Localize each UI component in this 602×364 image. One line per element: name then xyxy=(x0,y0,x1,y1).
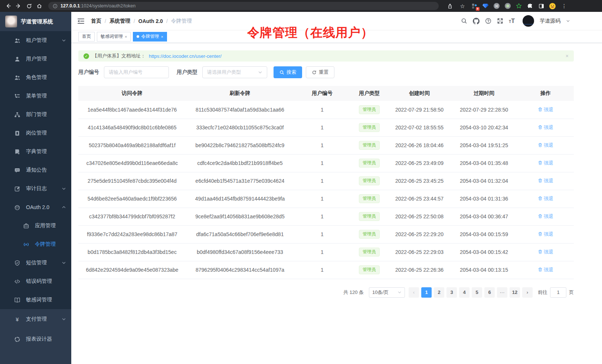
github-icon[interactable] xyxy=(473,18,480,24)
sidebar-item-menu-tree[interactable]: 菜单管理 xyxy=(0,87,71,105)
page-button-4[interactable]: 4 xyxy=(459,287,470,298)
user-id-cell: 1 xyxy=(294,225,350,243)
sidebar-item-token[interactable]: A令牌管理 xyxy=(0,235,71,254)
sidebar-item-oauth[interactable]: OAuth 2.0 xyxy=(0,198,71,216)
user-id-input[interactable]: 请输入用户编号 xyxy=(104,66,169,78)
force-logout-button[interactable]: 强退 xyxy=(538,231,553,238)
page-button-2[interactable]: 2 xyxy=(434,287,444,298)
success-check-icon: ✓ xyxy=(84,53,89,59)
profile-emoji-icon[interactable] xyxy=(549,2,556,10)
browser-forward-icon[interactable] xyxy=(14,1,23,10)
force-logout-button[interactable]: 强退 xyxy=(538,178,553,184)
search-button[interactable]: 搜索 xyxy=(274,66,302,78)
browser-reload-icon[interactable] xyxy=(24,1,33,10)
created-time-cell: 2022-07-29 21:58:50 xyxy=(388,101,451,119)
action-cell: 强退 xyxy=(517,190,574,208)
sidebar-logo-row[interactable]: 芋道管理系统 xyxy=(0,12,71,31)
created-time-cell: 2022-06-25 23:49:09 xyxy=(388,154,451,172)
site-info-icon[interactable] xyxy=(53,4,58,9)
next-page-button[interactable]: › xyxy=(522,287,533,298)
address-bar[interactable]: 127.0.0.1:1024/system/oauth2/token xyxy=(48,2,439,10)
column-header: 用户编号 xyxy=(294,86,350,101)
sidebar-item-report[interactable]: 报表设计器 xyxy=(0,329,71,349)
bookmark-star-icon[interactable]: ☆ xyxy=(458,1,467,10)
force-logout-button[interactable]: 强退 xyxy=(538,142,553,149)
gem-extension-icon[interactable] xyxy=(482,2,489,10)
more-pages-button[interactable]: ··· xyxy=(497,287,507,298)
page-button-5[interactable]: 5 xyxy=(472,287,482,298)
action-cell: 强退 xyxy=(517,136,574,154)
user-avatar[interactable] xyxy=(523,15,534,27)
sidebar-toggle-icon[interactable] xyxy=(78,18,84,24)
page-button-6[interactable]: 6 xyxy=(484,287,495,298)
browser-back-icon[interactable] xyxy=(4,1,13,10)
sidebar-item-app[interactable]: 应用管理 xyxy=(0,216,71,235)
close-icon[interactable]: × xyxy=(125,34,127,39)
prev-page-button[interactable]: ‹ xyxy=(409,287,419,298)
sidebar-item-label: 支付管理 xyxy=(26,316,47,322)
force-logout-button[interactable]: 强退 xyxy=(538,106,553,113)
user-type-select[interactable]: 请选择用户类型 xyxy=(202,66,267,78)
force-logout-button[interactable]: 强退 xyxy=(538,124,553,131)
user-name[interactable]: 芋道源码 xyxy=(540,18,560,24)
alert-close-icon[interactable]: × xyxy=(566,53,569,59)
breadcrumb-current: 令牌管理 xyxy=(171,18,192,24)
puzzle-extension-icon[interactable] xyxy=(526,2,534,10)
sidebar-item-audit[interactable]: 审计日志 xyxy=(0,179,71,198)
page-button-1[interactable]: 1 xyxy=(421,287,432,298)
force-logout-button[interactable]: 强退 xyxy=(538,213,553,220)
force-logout-button[interactable]: 强退 xyxy=(538,160,553,166)
doc-link[interactable]: https://doc.iocoder.cn/user-center/ xyxy=(149,53,222,59)
expire-time-cell: 2054-03-04 00:13:15 xyxy=(451,261,517,279)
goto-page-input[interactable] xyxy=(550,287,566,298)
refresh-token-cell: b0df4980ffd34c67a08f9156e4eee733 xyxy=(186,243,294,261)
page-button-3[interactable]: 3 xyxy=(446,287,457,298)
sidebar-item-sensitive[interactable]: 敏感词管理 xyxy=(0,291,71,309)
breadcrumb-oauth[interactable]: OAuth 2.0 xyxy=(138,18,163,24)
sidebar-item-tenant[interactable]: 租户管理 xyxy=(0,31,71,50)
sidebar-item-errcode[interactable]: 错误码管理 xyxy=(0,272,71,291)
sidebar-item-notice[interactable]: 通知公告 xyxy=(0,161,71,179)
sidebar-item-sms[interactable]: 短信管理 xyxy=(0,254,71,272)
fullscreen-icon[interactable] xyxy=(497,18,503,24)
created-time-cell: 2022-07-02 18:55:55 xyxy=(388,119,451,136)
help-icon[interactable] xyxy=(485,18,491,24)
sidebar-item-user[interactable]: 用户管理 xyxy=(0,50,71,68)
table-row: 1ea5e44f8bc1467aaede43144f31de76811c5304… xyxy=(78,101,574,119)
font-size-icon[interactable]: TT xyxy=(509,18,515,24)
tab-home[interactable]: 首页 xyxy=(78,32,95,42)
user-id-cell: 1 xyxy=(294,119,350,136)
force-logout-button[interactable]: 强退 xyxy=(538,195,553,202)
reset-button[interactable]: 重置 xyxy=(306,66,334,78)
dot-extension-icon[interactable] xyxy=(504,2,511,10)
browser-home-icon[interactable] xyxy=(35,1,44,10)
share-icon[interactable] xyxy=(445,1,454,10)
trash-icon xyxy=(538,267,543,272)
tab-sensitive-words[interactable]: 敏感词管理× xyxy=(97,32,131,42)
page-size-select[interactable]: 10条/页 xyxy=(369,287,405,298)
page-button-12[interactable]: 12 xyxy=(510,287,520,298)
force-logout-button[interactable]: 强退 xyxy=(538,267,553,273)
sidebar-item-post[interactable]: 岗位管理 xyxy=(0,124,71,142)
user-type-cell: 管理员 xyxy=(350,208,388,225)
chevron-down-icon[interactable] xyxy=(566,19,570,23)
extension-grid-icon[interactable]: 9 xyxy=(471,2,478,10)
breadcrumb-system[interactable]: 系统管理 xyxy=(109,18,130,24)
force-logout-button[interactable]: 强退 xyxy=(538,249,553,255)
access-token-cell: 6d842e2924594de9a09e45e087323abe xyxy=(78,261,186,279)
sidebar-item-label: 岗位管理 xyxy=(26,130,47,136)
table-row: c342377bf8b344799dcbf7bf095287f29ce8ef2a… xyxy=(78,208,574,225)
command-extension-icon[interactable]: ⌘ xyxy=(493,2,500,10)
header-search-icon[interactable] xyxy=(461,18,467,24)
sidebar-item-dict[interactable]: 字典管理 xyxy=(0,142,71,161)
close-icon[interactable]: × xyxy=(161,34,163,39)
sidepanel-icon[interactable] xyxy=(537,2,545,10)
tab-token-manage[interactable]: 令牌管理× xyxy=(133,32,167,42)
browser-menu-icon[interactable]: ⋮ xyxy=(560,1,569,10)
sidebar-item-pay[interactable]: ¥支付管理 xyxy=(0,309,71,329)
sidebar-item-role[interactable]: 角色管理 xyxy=(0,68,71,87)
star-extension-icon[interactable] xyxy=(515,2,523,10)
breadcrumb-home[interactable]: 首页 xyxy=(91,18,101,24)
sidebar-item-dept[interactable]: 部门管理 xyxy=(0,105,71,124)
table-row: 275e5de9151045fe87cbdc395e004f4de6cfd40e… xyxy=(78,172,574,190)
